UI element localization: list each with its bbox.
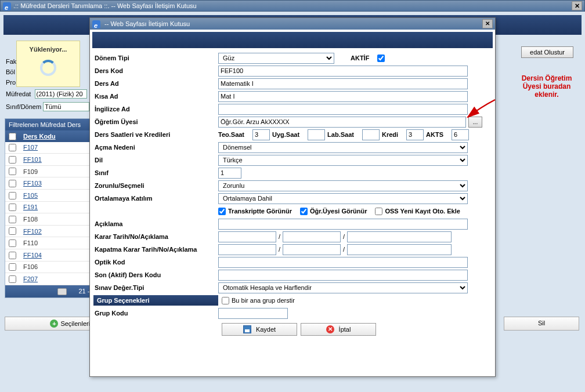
sinif-donem-input[interactable]: [43, 102, 89, 111]
label-son-aktif: Son (Aktif) Ders Kodu: [93, 271, 218, 278]
ortalama-select[interactable]: Ortalamaya Dahil: [218, 193, 468, 204]
course-edit-dialog: -- Web Sayfası İletişim Kutusu ✕ Dönem T…: [89, 17, 496, 377]
kisa-ad-input[interactable]: [218, 91, 468, 102]
label-ogr-gorunur: Öğr.Üyesi Görünür: [310, 208, 367, 215]
dialog-close-button[interactable]: ✕: [482, 19, 493, 28]
label-kapatma: Kapatma Karar Tarih/No/Açıklama: [93, 246, 218, 253]
dialog-banner: [92, 32, 493, 48]
row-check[interactable]: [9, 180, 16, 187]
row-check[interactable]: [9, 204, 16, 211]
label-karar: Karar Tarih/No/Açıklama: [93, 233, 218, 240]
label-fak: Fak: [6, 58, 16, 65]
cancel-button[interactable]: ✕İptal: [301, 323, 376, 336]
annotation-text: Dersin Öğretim Üyesi buradan eklenir.: [518, 74, 576, 99]
sinav-tipi-select[interactable]: Otomatik Hesapla ve Harflendir: [218, 282, 468, 293]
kapatma-aciklama-input[interactable]: [347, 244, 452, 255]
label-dil: Dil: [93, 157, 218, 164]
label-pro: Pro: [6, 79, 16, 86]
kapatma-no-input[interactable]: [283, 244, 341, 255]
label-lab: Lab.Saat: [327, 131, 354, 138]
row-check[interactable]: [9, 263, 16, 271]
grid-check-all[interactable]: [9, 133, 16, 140]
uyg-saat-input[interactable]: [308, 129, 325, 140]
outer-close-button[interactable]: ✕: [572, 1, 582, 10]
dil-select[interactable]: Türkçe: [218, 155, 468, 166]
ie-icon: [3, 2, 11, 10]
label-ders-ad: Ders Ad: [93, 80, 218, 87]
label-akts: AKTS: [426, 131, 443, 138]
karar-aciklama-input[interactable]: [347, 231, 452, 242]
label-mufredat: Müfredat: [6, 90, 31, 97]
print-icon[interactable]: [57, 288, 67, 295]
aciklama-input[interactable]: [218, 219, 468, 230]
row-check[interactable]: [9, 168, 16, 175]
akts-input[interactable]: [452, 129, 469, 140]
kredi-input[interactable]: [406, 129, 424, 140]
label-ana-grup: Bu bir ana grup derstir: [232, 297, 295, 304]
row-check[interactable]: [9, 227, 16, 235]
annotation-arrow-icon: [463, 99, 498, 122]
create-curriculum-button[interactable]: edat Olustur: [521, 46, 573, 58]
label-optik: Optik Kod: [93, 259, 218, 266]
label-teo: Teo.Saat: [218, 131, 244, 138]
row-check[interactable]: [9, 216, 16, 223]
row-check[interactable]: [9, 156, 16, 164]
dialog-title-bar: -- Web Sayfası İletişim Kutusu ✕: [90, 18, 495, 30]
label-ders-kod: Ders Kod: [93, 67, 218, 74]
ogretim-uyesi-input[interactable]: [218, 117, 466, 128]
label-sinif: Sınıf: [93, 169, 218, 176]
kapatma-tarih-input[interactable]: [218, 244, 276, 255]
karar-tarih-input[interactable]: [218, 231, 276, 242]
label-ortalama: Ortalamaya Katılım: [93, 195, 218, 202]
sinif-input[interactable]: [218, 168, 241, 179]
lab-saat-input[interactable]: [362, 129, 380, 140]
label-uyg: Uyg.Saat: [272, 131, 299, 138]
label-sinav-tipi: Sınav Değer.Tipi: [93, 284, 218, 291]
delete-button[interactable]: Sil: [504, 317, 579, 331]
karar-no-input[interactable]: [283, 231, 341, 242]
row-check[interactable]: [9, 144, 16, 151]
label-oss: OSS Yeni Kayıt Oto. Ekle: [385, 208, 460, 215]
aktif-checkbox[interactable]: [377, 55, 385, 62]
row-check[interactable]: [9, 192, 16, 199]
label-bol: Böl: [6, 68, 15, 75]
label-saatler: Ders Saatleri ve Kredileri: [93, 131, 218, 138]
row-check[interactable]: [9, 275, 16, 283]
plus-icon: +: [50, 320, 58, 328]
acma-nedeni-select[interactable]: Dönemsel: [218, 142, 468, 153]
label-aciklama: Açıklama: [93, 220, 218, 227]
mufredat-input[interactable]: [35, 89, 87, 99]
ders-ad-input[interactable]: [218, 78, 468, 89]
label-sinif-donem: Sınıf/Dönem: [6, 103, 41, 110]
spinner-icon: [40, 60, 56, 76]
ana-grup-checkbox[interactable]: [222, 297, 229, 304]
outer-window-title: .:: Müfredat Dersleri Tanımlama ::. -- W…: [13, 2, 197, 9]
optik-kod-input[interactable]: [218, 257, 468, 268]
zorunlu-select[interactable]: Zorunlu: [218, 180, 468, 191]
loading-text: Yükleniyor...: [30, 46, 67, 53]
transkript-checkbox[interactable]: [218, 208, 226, 215]
label-acma-nedeni: Açma Nedeni: [93, 144, 218, 151]
dialog-title: -- Web Sayfası İletişim Kutusu: [103, 20, 190, 27]
ing-ad-input[interactable]: [218, 104, 468, 115]
donem-tipi-select[interactable]: Güz: [218, 53, 334, 64]
label-aktif: AKTİF: [351, 55, 369, 61]
label-transkript: Transkriptte Görünür: [228, 208, 292, 215]
ders-kod-input[interactable]: [218, 66, 468, 77]
row-check[interactable]: [9, 252, 16, 259]
cancel-icon: ✕: [326, 325, 334, 333]
ie-icon: [92, 20, 100, 28]
label-grup-kodu: Grup Kodu: [93, 310, 218, 317]
teo-saat-input[interactable]: [252, 129, 270, 140]
save-icon: [243, 325, 251, 333]
outer-title-bar: .:: Müfredat Dersleri Tanımlama ::. -- W…: [0, 0, 585, 12]
ogr-uyesi-checkbox[interactable]: [300, 208, 308, 215]
grup-kodu-input[interactable]: [218, 308, 288, 319]
label-ing-ad: İngilizce Ad: [93, 106, 218, 112]
loading-popup: Yükleniyor...: [16, 41, 80, 87]
son-aktif-input[interactable]: [218, 270, 468, 281]
save-button[interactable]: Kaydet: [222, 323, 297, 336]
row-check[interactable]: [9, 239, 16, 247]
label-kisa-ad: Kısa Ad: [93, 93, 218, 100]
oss-checkbox[interactable]: [375, 208, 382, 215]
